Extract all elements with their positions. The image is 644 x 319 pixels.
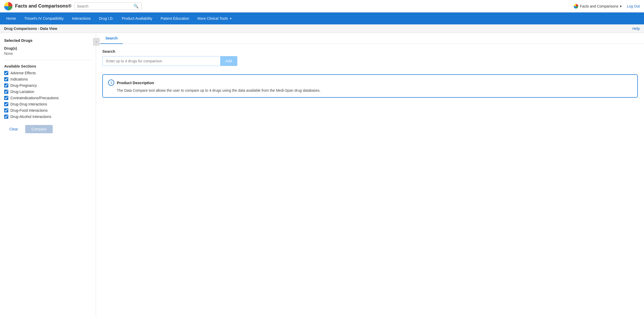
top-bar: Facts and Comparisons® 🔍 Facts and Compa…	[0, 0, 644, 12]
info-icon: i	[108, 79, 114, 86]
top-right-brand-icon	[574, 4, 578, 9]
info-box-header: i Product Description	[108, 79, 632, 86]
checkbox-drug-alcohol[interactable]	[4, 115, 8, 119]
checkbox-drug-lactation[interactable]	[4, 90, 8, 94]
section-indications[interactable]: Indications	[4, 77, 92, 81]
section-adverse-effects[interactable]: Adverse Effects	[4, 71, 92, 75]
sidebar-collapse-button[interactable]: ‹	[93, 38, 99, 45]
checkbox-adverse-effects[interactable]	[4, 71, 8, 75]
sidebar-divider	[4, 60, 92, 60]
search-icon: 🔍	[133, 4, 139, 9]
add-button[interactable]: Add	[220, 56, 237, 66]
search-section: Search Add	[96, 44, 644, 71]
section-drug-food-label: Drug-Food Interactions	[10, 108, 48, 112]
checkbox-drug-drug[interactable]	[4, 102, 8, 106]
section-drug-alcohol[interactable]: Drug-Alcohol Interactions	[4, 115, 92, 119]
selected-drugs-title: Selected Drugs	[4, 38, 92, 43]
tab-bar: Search	[96, 33, 644, 44]
sidebar-actions: Clear Compare	[4, 125, 92, 133]
info-box-title: Product Description	[117, 81, 154, 85]
chevron-down-icon: ▼	[230, 17, 232, 20]
logo-icon	[4, 2, 12, 10]
nav-item-trissel[interactable]: Trissel's IV Compatibility	[20, 12, 68, 24]
nav-item-more-clinical-tools[interactable]: More Clinical Tools ▼	[193, 12, 236, 24]
top-right-chevron-icon: ▾	[620, 4, 622, 8]
nav-bar: Home Trissel's IV Compatibility Interact…	[0, 12, 644, 24]
help-link[interactable]: Help	[632, 26, 640, 31]
section-indications-label: Indications	[10, 77, 28, 81]
section-contraindications[interactable]: Contraindications/Precautions	[4, 96, 92, 100]
content-area: Search Search Add i Product Description …	[96, 33, 644, 318]
nav-item-drug-id[interactable]: Drug I.D.	[95, 12, 118, 24]
section-drug-alcohol-label: Drug-Alcohol Interactions	[10, 115, 51, 119]
brand-title: Facts and Comparisons®	[15, 3, 71, 9]
info-box-text: The Data Compare tool allows the user to…	[108, 88, 632, 92]
section-drug-drug-label: Drug-Drug Interactions	[10, 102, 47, 106]
section-drug-drug[interactable]: Drug-Drug Interactions	[4, 102, 92, 106]
sidebar: ‹ Selected Drugs Drug(s) None Available …	[0, 33, 96, 318]
section-contraindications-label: Contraindications/Precautions	[10, 96, 59, 100]
section-drug-pregnancy-label: Drug-Pregnancy	[10, 83, 37, 88]
section-adverse-effects-label: Adverse Effects	[10, 71, 36, 75]
logout-link[interactable]: Log Out	[627, 4, 640, 8]
top-right-brand-label: Facts and Comparisons	[580, 4, 618, 8]
section-drug-food[interactable]: Drug-Food Interactions	[4, 108, 92, 112]
top-right-brand[interactable]: Facts and Comparisons ▾	[574, 4, 622, 9]
checkbox-drug-food[interactable]	[4, 108, 8, 112]
nav-item-interactions[interactable]: Interactions	[68, 12, 95, 24]
nav-item-home[interactable]: Home	[2, 12, 20, 24]
checkbox-contraindications[interactable]	[4, 96, 8, 100]
nav-item-product-availability[interactable]: Product Availability	[118, 12, 156, 24]
top-search-input[interactable]	[77, 4, 133, 8]
drugs-label: Drug(s)	[4, 46, 92, 50]
top-search-bar[interactable]: 🔍	[74, 2, 142, 10]
drug-search-input[interactable]	[102, 56, 220, 66]
info-box: i Product Description The Data Compare t…	[102, 74, 638, 98]
page-header: Drug Comparisons - Data View Help	[0, 24, 644, 33]
section-drug-pregnancy[interactable]: Drug-Pregnancy	[4, 83, 92, 88]
compare-button[interactable]: Compare	[25, 125, 53, 133]
section-drug-lactation[interactable]: Drug-Lactation	[4, 90, 92, 94]
search-input-row: Add	[102, 56, 237, 66]
checkbox-indications[interactable]	[4, 77, 8, 81]
nav-item-patient-education[interactable]: Patient Education	[157, 12, 193, 24]
tab-search[interactable]: Search	[100, 33, 123, 44]
nav-item-more-clinical-tools-label: More Clinical Tools	[197, 16, 228, 21]
top-bar-right: Facts and Comparisons ▾ Log Out	[574, 4, 640, 9]
page-title: Drug Comparisons - Data View	[4, 26, 57, 31]
main-layout: ‹ Selected Drugs Drug(s) None Available …	[0, 33, 644, 318]
drugs-value: None	[4, 51, 92, 56]
search-section-title: Search	[102, 49, 638, 54]
top-bar-left: Facts and Comparisons® 🔍	[4, 2, 142, 10]
available-sections-title: Available Sections	[4, 64, 92, 68]
clear-button[interactable]: Clear	[6, 125, 21, 133]
checkbox-drug-pregnancy[interactable]	[4, 83, 8, 88]
section-drug-lactation-label: Drug-Lactation	[10, 90, 34, 94]
